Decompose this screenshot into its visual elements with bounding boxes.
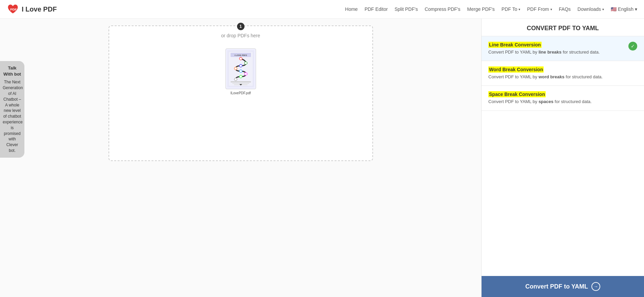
svg-point-7 (239, 64, 242, 67)
arrow-circle-icon: → (591, 282, 600, 291)
option-title-word_break: Word Break Conversion (488, 66, 544, 73)
nav-home[interactable]: Home (345, 6, 358, 12)
chevron-down-icon: ▾ (635, 6, 637, 12)
svg-point-11 (239, 75, 242, 78)
logo-heart-icon: PDF (7, 3, 19, 15)
pdf-preview-image: I LOVE PDF2 (226, 48, 256, 89)
drop-text: or drop PDFs here (221, 33, 260, 38)
language-selector[interactable]: 🇺🇸 English ▾ (611, 6, 637, 12)
chevron-down-icon: ▾ (519, 7, 520, 11)
upload-zone[interactable]: 1 or drop PDFs here I LOVE PDF2 (109, 25, 373, 161)
svg-point-12 (234, 78, 237, 81)
logo-text: I Love PDF (22, 5, 57, 13)
nav-pdf-to[interactable]: PDF To ▾ (502, 6, 520, 12)
main-container: 1 or drop PDFs here I LOVE PDF2 (0, 19, 644, 297)
chat-widget-title: Talk With bot (3, 65, 22, 77)
svg-text:PDF: PDF (10, 7, 17, 11)
chat-widget-description: The Next Generation of AI Chatbot – A wh… (3, 79, 22, 153)
option-item-line_break[interactable]: Line Break ConversionConvert PDF to YAML… (482, 36, 644, 61)
header: PDF I Love PDF Home PDF Editor Split PDF… (0, 0, 644, 19)
option-item-space_break[interactable]: Space Break ConversionConvert PDF to YAM… (482, 86, 644, 111)
pdf-thumbnail: I LOVE PDF2 (226, 48, 256, 95)
nav-merge-pdfs[interactable]: Merge PDF's (467, 6, 495, 12)
main-nav: Home PDF Editor Split PDF's Compress PDF… (345, 6, 637, 12)
svg-point-8 (234, 67, 237, 70)
conversion-options: Line Break ConversionConvert PDF to YAML… (482, 36, 644, 276)
nav-pdf-editor[interactable]: PDF Editor (365, 6, 388, 12)
svg-point-5 (239, 57, 242, 60)
nav-faqs[interactable]: FAQs (559, 6, 571, 12)
svg-point-10 (245, 73, 247, 75)
nav-pdf-from[interactable]: PDF From ▾ (527, 6, 552, 12)
svg-point-6 (245, 62, 247, 64)
chat-widget[interactable]: Talk With bot The Next Generation of AI … (0, 61, 24, 158)
right-panel: CONVERT PDF TO YAML Line Break Conversio… (481, 19, 644, 297)
logo-area[interactable]: PDF I Love PDF (7, 3, 57, 15)
nav-downloads[interactable]: Downloads ▾ (578, 6, 604, 12)
file-count-badge: 1 (237, 23, 245, 30)
option-item-word_break[interactable]: Word Break ConversionConvert PDF to YAML… (482, 61, 644, 86)
check-icon: ✓ (628, 42, 637, 51)
chevron-down-icon: ▾ (602, 7, 604, 11)
svg-rect-14 (232, 83, 249, 84)
svg-point-9 (239, 70, 242, 73)
nav-split-pdfs[interactable]: Split PDF's (394, 6, 418, 12)
svg-rect-13 (231, 81, 251, 82)
pdf-preview-content: I LOVE PDF2 (227, 50, 254, 87)
option-title-line_break: Line Break Conversion (488, 42, 542, 48)
option-desc-space_break: Convert PDF to YAML by spaces for struct… (488, 99, 637, 105)
convert-button[interactable]: Convert PDF to YAML → (482, 276, 644, 297)
flag-icon: 🇺🇸 (611, 6, 617, 12)
right-panel-title: CONVERT PDF TO YAML (482, 19, 644, 36)
pdf-upload-area[interactable]: 1 or drop PDFs here I LOVE PDF2 (0, 19, 481, 297)
chevron-down-icon: ▾ (550, 7, 552, 11)
option-title-space_break: Space Break Conversion (488, 91, 546, 97)
nav-compress-pdfs[interactable]: Compress PDF's (425, 6, 460, 12)
pdf-file-name: ILovePDF.pdf (230, 91, 251, 95)
svg-text:I LOVE PDF2: I LOVE PDF2 (234, 54, 247, 56)
option-desc-word_break: Convert PDF to YAML by word breaks for s… (488, 74, 637, 80)
option-desc-line_break: Convert PDF to YAML by line breaks for s… (488, 49, 625, 55)
